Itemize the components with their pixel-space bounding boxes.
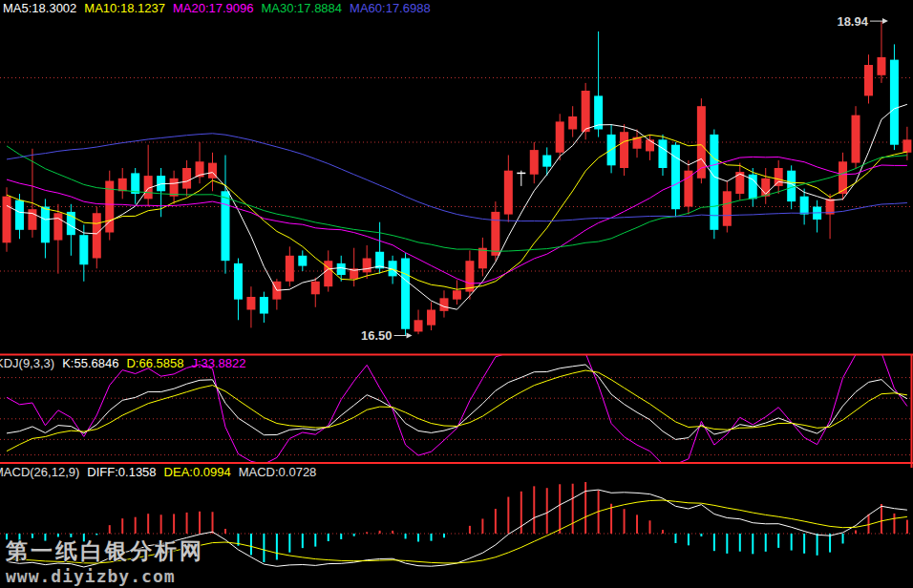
price-annotation-label: 16.50	[361, 328, 393, 343]
price-annotation-label: 18.94	[837, 14, 868, 29]
kdj-value-label: KDJ(9,3,3)	[0, 356, 54, 370]
price-annotation-high: 18.94	[837, 14, 888, 29]
macd-value-label: MACD(26,12,9)	[0, 465, 79, 479]
ma-value-label: MA60:17.6988	[350, 1, 431, 15]
chart-root: 18.9416.50 MA5:18.3002MA10:18.1237MA20:1…	[0, 0, 913, 588]
kdj-value-label: K:55.6846	[62, 356, 118, 370]
ma-value-label: MA10:18.1237	[84, 1, 165, 15]
price-annotation-low: 16.50	[361, 328, 413, 343]
ma-value-label: MA20:17.9096	[173, 1, 254, 15]
kdj-value-label: D:66.5858	[126, 356, 183, 370]
macd-plot	[7, 482, 907, 567]
macd-values-row: MACD(26,12,9)DIFF:0.1358DEA:0.0994MACD:0…	[0, 465, 324, 479]
ma-values-row: MA5:18.3002MA10:18.1237MA20:17.9096MA30:…	[3, 1, 438, 15]
macd-value-label: MACD:0.0728	[239, 465, 317, 479]
kdj-values-row: KDJ(9,3,3)K:55.6846D:66.5858J:33.8822	[0, 356, 254, 370]
kdj-value-label: J:33.8822	[191, 356, 245, 370]
ma-value-label: MA30:17.8884	[262, 1, 343, 15]
price-annotations: 18.9416.50	[361, 14, 888, 343]
macd-value-label: DEA:0.0994	[164, 465, 231, 479]
macd-value-label: DIFF:0.1358	[87, 465, 156, 479]
chart-canvas[interactable]: 18.9416.50	[0, 0, 913, 588]
ma-value-label: MA5:18.3002	[3, 1, 76, 15]
panel-borders	[0, 354, 913, 468]
